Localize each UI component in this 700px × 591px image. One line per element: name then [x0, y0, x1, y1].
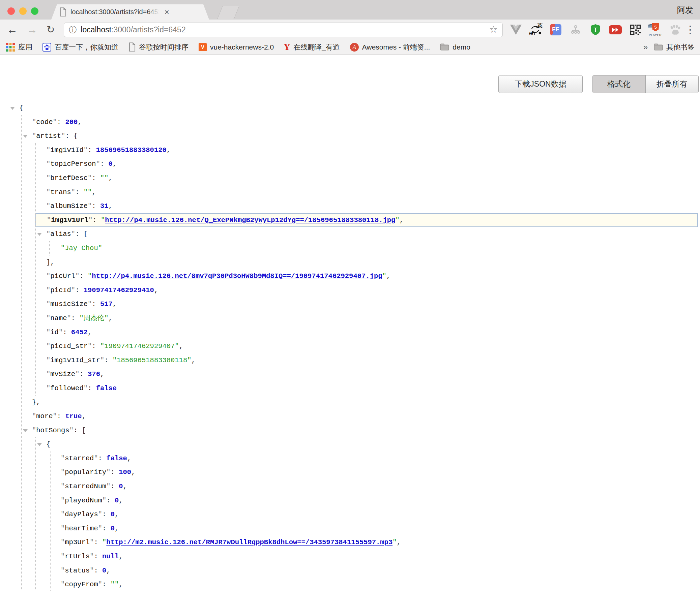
json-number: 0: [109, 160, 113, 168]
quote: ": [61, 581, 65, 588]
json-punctuation: : [: [75, 230, 88, 238]
browser-menu-button[interactable]: ⋮: [685, 25, 700, 35]
json-link[interactable]: http://m2.music.126.net/RMJR7wDullRqppBk…: [106, 538, 392, 546]
bookmark-item[interactable]: 百度一下，你就知道: [42, 42, 118, 52]
json-link[interactable]: http://p4.music.126.net/Q_ExePNkmgB2yWyL…: [105, 216, 395, 224]
fe-button[interactable]: FE: [549, 23, 562, 37]
collapse-toggle-icon[interactable]: [10, 107, 15, 110]
tampermonkey-button[interactable]: T: [589, 23, 602, 37]
back-button[interactable]: ←: [7, 24, 18, 35]
format-button[interactable]: 格式化: [592, 75, 646, 93]
translate-en-button[interactable]: 英en: [529, 23, 543, 37]
qrcode-button[interactable]: [629, 23, 642, 37]
json-punctuation: :: [102, 525, 111, 532]
vue-devtools-button[interactable]: [509, 23, 523, 37]
quote: ": [46, 356, 50, 364]
collapse-all-button[interactable]: 折叠所有: [646, 75, 699, 93]
forward-button[interactable]: →: [27, 24, 37, 35]
json-line: "rtUrls": null,: [0, 550, 700, 564]
quote: ": [395, 216, 399, 224]
quote: ": [61, 553, 65, 560]
bookmark-item[interactable]: 谷歌按时间排序: [128, 42, 188, 52]
window-controls: [7, 7, 38, 15]
sitemap-button[interactable]: [569, 23, 582, 37]
close-window-button[interactable]: [7, 7, 15, 15]
json-punctuation: :: [71, 314, 80, 322]
json-line: "popularity": 100,: [0, 465, 700, 479]
json-key: img1v1Id: [50, 146, 83, 154]
json-key: img1v1Id_str: [50, 356, 100, 364]
json-punctuation: :: [75, 286, 84, 294]
tab-close-button[interactable]: ×: [165, 8, 169, 16]
collapse-toggle-icon[interactable]: [37, 233, 42, 236]
json-line: "status": 0,: [0, 564, 700, 578]
bookmarks-overflow-button[interactable]: »: [643, 42, 648, 52]
quote: ": [101, 216, 105, 224]
new-tab-button[interactable]: [217, 6, 239, 19]
other-bookmarks-folder[interactable]: 其他书签: [654, 42, 695, 52]
json-key: copyFrom: [65, 581, 98, 588]
qrcode-icon: [630, 25, 641, 35]
quote: ": [46, 370, 50, 378]
info-icon[interactable]: ⓘ: [69, 26, 77, 34]
bookmark-label: Awesomes - 前端资...: [362, 42, 430, 52]
zoom-window-button[interactable]: [31, 7, 38, 15]
quote: ": [98, 510, 102, 518]
json-line: "briefDesc": "",: [0, 171, 700, 185]
video-fastforward-button[interactable]: [609, 23, 622, 37]
json-line: ],: [0, 255, 700, 270]
paw-button[interactable]: [668, 23, 682, 37]
json-punctuation: ,: [167, 146, 171, 154]
json-link[interactable]: http://p4.music.126.net/8mv7qP30Pd3oHW8b…: [92, 272, 382, 280]
json-punctuation: ,: [106, 567, 110, 574]
bookmark-item[interactable]: 应用: [6, 42, 32, 52]
minimize-window-button[interactable]: [19, 7, 27, 15]
json-key: picId: [50, 286, 71, 294]
quote: ": [106, 483, 110, 490]
json-line: "code": 200,: [0, 115, 700, 129]
json-line: {: [0, 437, 700, 452]
collapse-toggle-icon[interactable]: [23, 429, 28, 432]
json-key: hearTime: [65, 525, 98, 532]
json-punctuation: ,: [113, 160, 117, 168]
json-punctuation: ,: [109, 314, 113, 322]
html5-player-button[interactable]: 5PLAYER: [648, 23, 662, 37]
quote: ": [71, 230, 75, 238]
quote: ": [46, 329, 50, 336]
paw-icon: [669, 25, 681, 35]
quote: ": [61, 497, 65, 504]
reload-button[interactable]: ↻: [47, 25, 55, 35]
json-number: 100: [119, 468, 131, 476]
quote: ": [88, 174, 92, 182]
quote: ": [46, 384, 50, 392]
browser-tab[interactable]: localhost:3000/artists?id=6452 ×: [51, 4, 209, 20]
json-key: artist: [36, 132, 61, 140]
quote: ": [88, 272, 92, 280]
url-text: localhost:3000/artists?id=6452: [81, 25, 185, 34]
address-bar[interactable]: ⓘ localhost:3000/artists?id=6452 ☆: [64, 23, 503, 37]
bookmark-item[interactable]: Vvue-hackernews-2.0: [199, 43, 274, 51]
bookmark-label: demo: [453, 43, 470, 51]
json-number: 517: [100, 300, 113, 308]
svg-text:T: T: [594, 27, 597, 33]
quote: ": [46, 342, 50, 350]
quote: ": [53, 118, 57, 126]
collapse-toggle-icon[interactable]: [37, 443, 42, 446]
collapse-toggle-icon[interactable]: [23, 135, 28, 138]
json-punctuation: :: [92, 216, 101, 224]
quote: ": [46, 230, 50, 238]
json-key: topicPerson: [50, 160, 96, 168]
bookmark-item[interactable]: AAwesomes - 前端资...: [350, 42, 430, 52]
apps-grid-icon: [6, 43, 15, 52]
vue-devtools-icon: [510, 25, 522, 35]
profile-name[interactable]: 阿发: [677, 5, 693, 15]
bookmark-item[interactable]: Y在线翻译_有道: [284, 42, 340, 52]
json-literal: null: [102, 553, 119, 560]
bookmark-item[interactable]: demo: [440, 43, 470, 51]
json-string: "周杰伦": [79, 314, 108, 322]
download-json-button[interactable]: 下载JSON数据: [498, 75, 583, 93]
json-key: playedNum: [65, 497, 102, 504]
json-number: 0: [111, 510, 115, 518]
bookmark-star-icon[interactable]: ☆: [489, 25, 498, 34]
quote: ": [71, 188, 75, 196]
